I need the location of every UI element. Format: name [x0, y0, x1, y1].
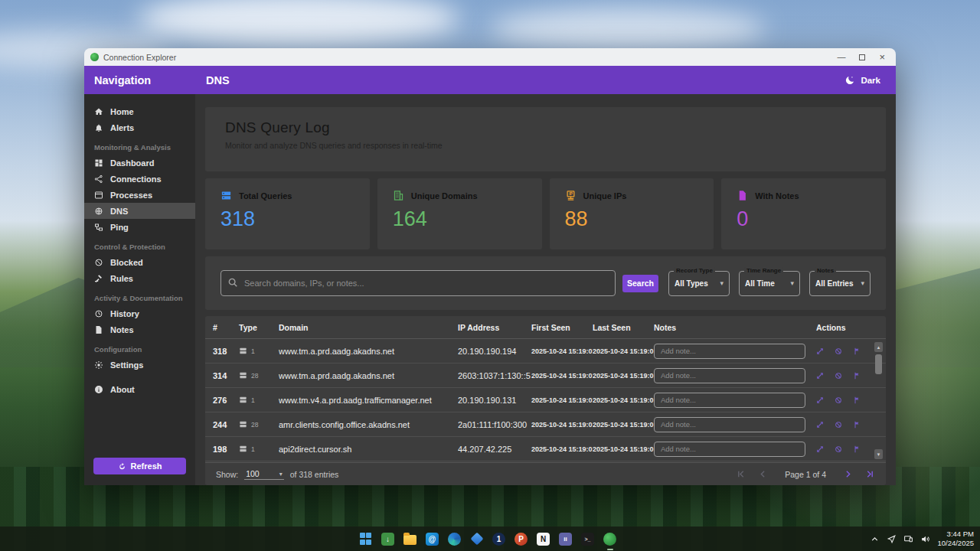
sidebar-item-label: Home — [110, 107, 134, 116]
minimize-button[interactable]: — — [837, 53, 845, 61]
block-action-icon[interactable] — [835, 396, 842, 404]
speaker-icon[interactable] — [920, 534, 930, 544]
dns-table-card: # Type Domain IP Address First Seen Last… — [205, 316, 886, 485]
note-input[interactable] — [654, 344, 805, 359]
file-explorer-icon[interactable] — [403, 530, 417, 548]
last-seen-cell: 2025-10-24 15:19:0 — [593, 421, 654, 429]
taskbar: ↓ @ 1 P N ii >_ 3:44 PM 10/24/2025 — [0, 527, 980, 551]
entries-count: of 318 entries — [290, 470, 339, 479]
sidebar-item-dashboard[interactable]: Dashboard — [84, 155, 195, 171]
ping-action-icon[interactable] — [816, 421, 824, 429]
refresh-button[interactable]: Refresh — [93, 458, 186, 474]
filter-notes[interactable]: Notes All Entries ▾ — [809, 271, 871, 296]
prev-page-icon[interactable] — [758, 469, 768, 479]
sidebar-item-dns[interactable]: DNS — [84, 203, 195, 219]
domain-cell: www.tm.a.prd.aadg.akadns.net — [279, 347, 458, 356]
ping-action-icon[interactable] — [816, 372, 824, 380]
taskbar-downloads-icon[interactable]: ↓ — [381, 530, 395, 548]
connection-explorer-taskbar-icon[interactable] — [603, 530, 617, 548]
terminal-icon[interactable]: >_ — [580, 530, 595, 548]
sidebar-item-settings[interactable]: Settings — [84, 357, 195, 373]
col-header: Notes — [654, 323, 816, 332]
chevron-down-icon: ▾ — [790, 279, 794, 287]
chevron-down-icon: ▾ — [720, 279, 724, 287]
scroll-up-button[interactable]: ▲ — [874, 342, 883, 352]
ping-action-icon[interactable] — [816, 396, 824, 404]
onepassword-icon[interactable]: 1 — [492, 530, 506, 548]
gear-icon — [94, 360, 103, 370]
sidebar-item-notes[interactable]: Notes — [84, 321, 195, 337]
scroll-down-button[interactable]: ▼ — [874, 449, 883, 459]
sidebar-item-about[interactable]: About — [84, 381, 195, 397]
sidebar-item-alerts[interactable]: Alerts — [84, 119, 195, 135]
display-icon[interactable] — [903, 534, 913, 544]
tray-chevron-up-icon[interactable] — [870, 534, 880, 544]
search-input[interactable] — [220, 270, 616, 296]
next-page-icon[interactable] — [843, 469, 853, 479]
search-button[interactable]: Search — [622, 275, 658, 292]
note-input[interactable] — [654, 417, 805, 432]
storage-app-icon[interactable] — [469, 530, 484, 548]
stat-label: Total Queries — [239, 191, 292, 201]
flag-action-icon[interactable] — [853, 396, 861, 404]
scrollbar-thumb[interactable] — [875, 354, 882, 374]
outlook-icon[interactable]: @ — [425, 530, 439, 548]
note-input[interactable] — [654, 368, 805, 383]
clock-time: 3:44 PM — [937, 530, 974, 539]
cloud — [490, 8, 766, 51]
edge-icon[interactable] — [447, 530, 462, 548]
notion-icon[interactable]: N — [536, 530, 550, 548]
block-action-icon[interactable] — [835, 372, 842, 380]
sidebar-item-history[interactable]: History — [84, 305, 195, 321]
last-seen-cell: 2025-10-24 15:19:0 — [593, 396, 654, 404]
sidebar-item-processes[interactable]: Processes — [84, 187, 195, 203]
col-header: Last Seen — [593, 323, 654, 332]
col-header: Domain — [279, 323, 458, 332]
start-button[interactable] — [358, 530, 373, 548]
sidebar-item-rules[interactable]: Rules — [84, 270, 195, 286]
sidebar-item-connections[interactable]: Connections — [84, 171, 195, 187]
close-button[interactable]: × — [879, 52, 885, 62]
record-type: 1 — [251, 396, 255, 404]
teams-icon[interactable]: ii — [558, 530, 573, 548]
flag-action-icon[interactable] — [853, 421, 861, 429]
taskbar-clock[interactable]: 3:44 PM 10/24/2025 — [937, 530, 974, 548]
first-page-icon[interactable] — [736, 469, 746, 479]
table-footer: Show: 100 ▾ of 318 entries Page 1 of 4 — [205, 462, 886, 485]
note-input[interactable] — [654, 393, 805, 408]
powerpoint-icon[interactable]: P — [514, 530, 528, 548]
ping-action-icon[interactable] — [816, 445, 824, 453]
window-title: Connection Explorer — [103, 53, 837, 62]
window-titlebar[interactable]: Connection Explorer — × — [84, 48, 896, 66]
filter-record-type[interactable]: Record Type All Types ▾ — [668, 271, 730, 296]
record-type: 1 — [251, 347, 255, 355]
flag-action-icon[interactable] — [853, 445, 861, 453]
page-size-select[interactable]: 100 ▾ — [244, 468, 284, 480]
cloud — [138, 0, 459, 46]
last-page-icon[interactable] — [865, 469, 875, 479]
refresh-icon — [118, 462, 126, 471]
table-row: 276 1 www.tm.v4.a.prd.aadg.trafficmanage… — [205, 388, 886, 412]
filter-time-range[interactable]: Time Range All Time ▾ — [739, 271, 800, 296]
block-action-icon[interactable] — [835, 421, 842, 429]
block-action-icon[interactable] — [835, 347, 842, 355]
maximize-button[interactable] — [859, 54, 865, 60]
filter-label: Record Type — [674, 267, 715, 274]
flag-action-icon[interactable] — [853, 372, 861, 380]
location-icon[interactable] — [887, 534, 897, 544]
ip-cell: 44.207.42.225 — [458, 445, 531, 454]
ping-action-icon[interactable] — [816, 347, 824, 355]
sidebar-item-label: Dashboard — [110, 158, 154, 168]
page-header-card: DNS Query Log Monitor and analyze DNS qu… — [205, 107, 886, 171]
sidebar-item-ping[interactable]: Ping — [84, 219, 195, 235]
sidebar-item-blocked[interactable]: Blocked — [84, 254, 195, 270]
col-header: # — [213, 323, 239, 332]
chevron-down-icon: ▾ — [279, 471, 283, 478]
sidebar-item-home[interactable]: Home — [84, 103, 195, 119]
flag-action-icon[interactable] — [853, 347, 861, 355]
note-input[interactable] — [654, 442, 805, 457]
ip-icon: IP — [565, 190, 577, 201]
stat-value: 164 — [393, 207, 527, 231]
theme-toggle[interactable]: Dark — [844, 75, 896, 86]
block-action-icon[interactable] — [835, 445, 842, 453]
